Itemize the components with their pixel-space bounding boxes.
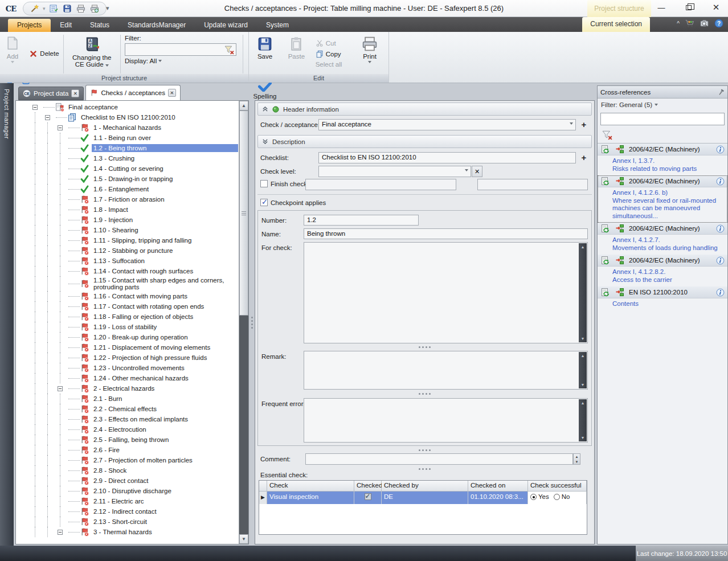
add-check-acceptance-button[interactable]: +: [579, 120, 588, 129]
textarea-scrollbar[interactable]: ▲▼: [579, 352, 587, 388]
comment-input[interactable]: [305, 453, 573, 465]
snapshot-icon[interactable]: [700, 19, 709, 28]
crossref-clear-filter-icon[interactable]: [602, 130, 612, 140]
frequent-errors-textarea[interactable]: ▲▼: [304, 398, 588, 443]
info-icon[interactable]: [716, 224, 725, 233]
tree-item[interactable]: 2.12 - Indirect contact: [31, 506, 238, 517]
checked-checkbox[interactable]: ✓: [365, 493, 371, 500]
minimize-button[interactable]: —: [653, 1, 670, 14]
close-tab-icon[interactable]: ✕: [168, 89, 176, 97]
collapse-section-icon[interactable]: [262, 106, 268, 112]
scroll-up-icon[interactable]: ▲: [581, 401, 585, 405]
section-splitter[interactable]: [255, 468, 594, 470]
doc-tab-checks-acceptances[interactable]: Checks / acceptances ✕: [85, 85, 181, 100]
tree-item[interactable]: 1.4 - Cutting or severing: [31, 163, 238, 174]
combo-arrow-icon[interactable]: [570, 122, 573, 125]
cut-button[interactable]: Cut: [316, 39, 355, 47]
tree-item[interactable]: 1.3 - Crushing: [31, 153, 238, 163]
collapse-expander-icon[interactable]: [58, 386, 63, 391]
scroll-down-icon[interactable]: ▼: [581, 436, 585, 440]
tab-projects[interactable]: Projects: [8, 19, 51, 32]
tree-item[interactable]: 1.11 - Slipping, tripping and falling: [31, 235, 238, 245]
tree-item[interactable]: Final acceptance: [31, 102, 238, 112]
crossref-reference-link[interactable]: Annex I, 4.1.2.6. b) Where several fixed…: [598, 187, 727, 223]
tab-system[interactable]: System: [257, 19, 298, 32]
crossref-item-header[interactable]: 2006/42/EC (Machinery): [598, 255, 727, 267]
crossref-reference-link[interactable]: Annex I, 4.1.2.7. Movements of loads dur…: [598, 235, 727, 255]
expand-section-icon[interactable]: [262, 138, 268, 145]
crossref-reference-link[interactable]: Contents: [598, 298, 727, 311]
comment-spinner[interactable]: ▲▼: [573, 453, 580, 465]
info-icon[interactable]: [716, 288, 725, 297]
doc-tab-project-data[interactable]: CE Project data ✕: [18, 87, 84, 100]
project-manager-strip[interactable]: Project manager: [0, 83, 14, 546]
close-tab-icon[interactable]: ✕: [71, 89, 79, 97]
check-successful-cell[interactable]: YesNo: [528, 492, 587, 504]
tree-item[interactable]: 2.13 - Short-circuit: [31, 517, 238, 527]
tree-item[interactable]: 1.1 - Being run over: [31, 133, 238, 143]
tree-item[interactable]: 1.18 - Falling or ejection of objects: [31, 312, 238, 322]
column-header[interactable]: Checked on: [468, 481, 528, 492]
check-acceptance-combobox[interactable]: Final acceptance: [318, 119, 576, 130]
tree-item[interactable]: 1.2 - Being thrown: [31, 143, 238, 153]
check-cell[interactable]: Visual inspection: [267, 492, 354, 504]
tab-status[interactable]: Status: [81, 19, 118, 32]
tree-item[interactable]: 1.17 - Contact with rotating open ends: [31, 301, 238, 312]
crossref-filter-dropdown[interactable]: Filter: General (5): [601, 101, 658, 108]
filter-clear-icon[interactable]: [224, 45, 234, 55]
tree-item[interactable]: 1.6 - Entanglement: [31, 184, 238, 194]
ribbon-collapse-icon[interactable]: ^: [677, 21, 680, 27]
add-button[interactable]: Add: [1, 34, 24, 73]
crossref-item[interactable]: 2006/42/EC (Machinery)Annex I, 1.3.7. Ri…: [598, 144, 727, 175]
remark-textarea[interactable]: ▲▼: [304, 351, 588, 390]
tree-item[interactable]: 2.3 - Effects on medical implants: [31, 414, 238, 424]
crossref-item[interactable]: EN ISO 12100:2010Contents: [598, 286, 727, 311]
scrollbar-thumb[interactable]: [239, 110, 248, 316]
checklist-field[interactable]: Checklist to EN ISO 12100:2010: [318, 152, 576, 163]
collapse-expander-icon[interactable]: [58, 125, 63, 130]
save-button[interactable]: Save: [250, 34, 280, 73]
crossref-reference-link[interactable]: Annex I, 4.1.2.8.2. Access to the carrie…: [598, 267, 727, 286]
tree-form-splitter[interactable]: [249, 100, 255, 544]
tab-edit[interactable]: Edit: [51, 19, 81, 32]
tree-item[interactable]: 1.20 - Break-up during operation: [31, 332, 238, 342]
tree-item[interactable]: 1.5 - Drawing-in or trapping: [31, 174, 238, 184]
tab-standardsmanager[interactable]: StandardsManager: [118, 19, 195, 32]
finish-check-user-field[interactable]: [477, 179, 588, 190]
tree-item[interactable]: 1.15 - Contact with sharp edges and corn…: [31, 276, 238, 291]
scroll-down-icon[interactable]: ▼: [581, 337, 585, 341]
changing-ce-guide-button[interactable]: AZ Changing theCE Guide: [68, 34, 116, 73]
section-splitter[interactable]: [255, 449, 594, 451]
display-dropdown[interactable]: Display: All: [125, 58, 236, 64]
section-splitter[interactable]: [258, 346, 591, 348]
tree-item[interactable]: 1.12 - Stabbing or puncture: [31, 245, 238, 256]
pin-icon[interactable]: [718, 89, 725, 96]
tree-item[interactable]: 2.11 - Electric arc: [31, 496, 238, 506]
tree-item[interactable]: 1.21 - Displacement of moving elements: [31, 342, 238, 353]
restore-button[interactable]: [680, 1, 697, 14]
copy-button[interactable]: Copy: [316, 50, 355, 58]
scroll-down-icon[interactable]: ▼: [239, 534, 248, 544]
add-checklist-button[interactable]: +: [579, 153, 588, 162]
crossref-item-header[interactable]: 2006/42/EC (Machinery): [598, 175, 727, 187]
info-icon[interactable]: [716, 145, 725, 154]
info-icon[interactable]: [716, 177, 725, 186]
combo-arrow-icon[interactable]: [465, 169, 468, 171]
collapse-expander-icon[interactable]: [45, 115, 50, 120]
crossref-reference-link[interactable]: Annex I, 1.3.7. Risks related to moving …: [598, 155, 727, 175]
collapse-expander-icon[interactable]: [32, 105, 38, 110]
number-input[interactable]: 1.2: [304, 215, 419, 226]
tree-item[interactable]: 2.1 - Burn: [31, 394, 238, 404]
crossref-item-header[interactable]: 2006/42/EC (Machinery): [598, 144, 727, 155]
textarea-scrollbar[interactable]: ▲▼: [579, 399, 587, 441]
tree-item[interactable]: 1.23 - Uncontrolled movements: [31, 363, 238, 373]
tree-item[interactable]: 2.8 - Shock: [31, 465, 238, 476]
help-icon[interactable]: ?: [714, 19, 723, 28]
finish-check-checkbox[interactable]: [260, 180, 268, 187]
cart-icon[interactable]: [685, 19, 694, 28]
tree-item[interactable]: 1.9 - Injection: [31, 215, 238, 225]
table-row[interactable]: ▶Visual inspection✓DE01.10.2020 08:3...Y…: [259, 492, 587, 504]
tree-item[interactable]: 2 - Electrical hazards: [31, 383, 238, 394]
crossref-item[interactable]: 2006/42/EC (Machinery)Annex I, 4.1.2.8.2…: [598, 255, 727, 286]
checked-on-cell[interactable]: 01.10.2020 08:3...: [468, 492, 528, 504]
